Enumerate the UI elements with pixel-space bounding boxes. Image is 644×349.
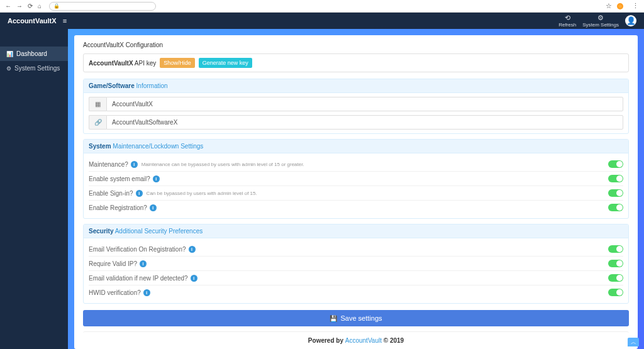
setting-row: Require Valid IP?i <box>89 257 623 271</box>
refresh-icon: ⟲ <box>565 14 570 22</box>
info-icon[interactable]: i <box>189 246 196 253</box>
setting-row: Email Verification On Registration?i <box>89 242 623 257</box>
back-button[interactable]: ← <box>5 3 11 9</box>
panel-security: Security Additional Security Preferences… <box>83 224 629 304</box>
game-name-input[interactable] <box>106 97 623 111</box>
config-card: AccountVaultX Configuration AccountVault… <box>74 35 638 349</box>
panel-game-software: Game/Software Information ▦ 🔗 <box>83 79 629 134</box>
info-icon[interactable]: i <box>150 204 157 211</box>
hint-text: Can be bypassed by users with admin leve… <box>147 191 257 196</box>
url-bar[interactable]: 🔒 <box>49 2 156 11</box>
setting-label: Enable system email?i <box>89 175 160 182</box>
bookmark-star-icon[interactable]: ☆ <box>606 2 612 10</box>
toggle-switch[interactable] <box>608 175 623 182</box>
link-icon: 🔗 <box>89 115 106 130</box>
hint-text: Maintenance can be bypassed by users wit… <box>142 162 304 167</box>
showhide-button[interactable]: Show/Hide <box>160 58 195 68</box>
settings-label: System Settings <box>582 22 619 28</box>
refresh-action[interactable]: ⟲ Refresh <box>558 14 576 28</box>
reload-button[interactable]: ⟳ <box>28 3 33 9</box>
info-icon[interactable]: i <box>131 161 138 168</box>
setting-row: Email validation if new IP detected?i <box>89 271 623 285</box>
info-icon[interactable]: i <box>140 260 147 267</box>
sidebar-toggle-icon[interactable]: ≡ <box>63 17 67 25</box>
setting-row: Maintenance?iMaintenance can be bypassed… <box>89 157 623 172</box>
footer-link[interactable]: AccountVault <box>345 337 382 344</box>
footer-post: © 2019 <box>382 337 404 344</box>
footer-pre: Powered by <box>308 337 345 344</box>
brand: AccountVaultX <box>8 17 57 25</box>
setting-label: Enable Sign-in?iCan be bypassed by users… <box>89 190 257 197</box>
forward-button[interactable]: → <box>16 3 23 9</box>
toggle-switch[interactable] <box>608 245 623 253</box>
info-icon[interactable]: i <box>143 289 150 296</box>
sidebar-item-system-settings[interactable]: ⚙ System Settings <box>0 61 68 75</box>
browser-menu-icon[interactable]: ⋮ <box>632 2 639 10</box>
info-icon[interactable]: i <box>153 175 160 182</box>
info-icon[interactable]: i <box>191 275 197 282</box>
toggle-switch[interactable] <box>608 289 623 296</box>
toggle-switch[interactable] <box>608 160 623 168</box>
software-name-input[interactable] <box>106 115 623 130</box>
toggle-switch[interactable] <box>608 204 623 211</box>
refresh-label: Refresh <box>558 22 576 28</box>
gears-icon: ⚙ <box>6 65 11 72</box>
dashboard-icon: 📊 <box>6 51 13 57</box>
setting-label: Email validation if new IP detected?i <box>89 275 197 282</box>
scroll-top-button[interactable]: ︿ <box>628 338 639 346</box>
generate-key-button[interactable]: Generate new key <box>199 58 252 68</box>
panel-head: System Maintenance/Lockdown Settings <box>84 140 628 153</box>
setting-label: Maintenance?iMaintenance can be bypassed… <box>89 161 304 168</box>
main-panel: AccountVaultX Configuration AccountVault… <box>68 29 644 349</box>
info-icon[interactable]: i <box>136 190 143 197</box>
footer: Powered by AccountVault © 2019 <box>83 331 629 349</box>
panel-head: Game/Software Information <box>84 79 628 93</box>
avatar[interactable]: 👤 <box>625 15 636 26</box>
setting-row: Enable system email?i <box>89 172 623 186</box>
sidebar: 📊 Dashboard ⚙ System Settings <box>0 29 68 349</box>
toggle-switch[interactable] <box>608 189 623 197</box>
setting-label: HWID verification?i <box>89 289 150 296</box>
sliders-icon: ⚙ <box>597 14 604 22</box>
toggle-switch[interactable] <box>608 260 623 267</box>
apikey-row: AccountVaultX API key Show/Hide Generate… <box>83 53 629 72</box>
save-label: Save settings <box>340 314 382 322</box>
apikey-bold: AccountVaultX <box>89 60 133 67</box>
app-topbar: AccountVaultX ≡ ⟲ Refresh ⚙ System Setti… <box>0 13 644 29</box>
setting-label: Enable Registration?i <box>89 204 157 211</box>
browser-chrome: ← → ⟳ ⌂ 🔒 ☆ ⋮ <box>0 0 644 13</box>
setting-row: Enable Sign-in?iCan be bypassed by users… <box>89 186 623 201</box>
save-icon: 💾 <box>330 315 337 322</box>
setting-row: HWID verification?i <box>89 285 623 299</box>
panel-system: System Maintenance/Lockdown Settings Mai… <box>83 139 629 219</box>
home-button[interactable]: ⌂ <box>38 3 42 9</box>
sidebar-item-label: System Settings <box>14 65 60 72</box>
setting-label: Require Valid IP?i <box>89 260 147 267</box>
extension-icon[interactable] <box>617 3 623 9</box>
save-settings-button[interactable]: 💾 Save settings <box>83 310 629 326</box>
system-settings-action[interactable]: ⚙ System Settings <box>582 14 619 28</box>
building-icon: ▦ <box>89 97 106 111</box>
toggle-switch[interactable] <box>608 274 623 282</box>
panel-head: Security Additional Security Preferences <box>84 224 628 238</box>
setting-label: Email Verification On Registration?i <box>89 246 196 253</box>
card-title: AccountVaultX Configuration <box>83 42 629 48</box>
apikey-rest: API key <box>133 60 157 67</box>
sidebar-item-label: Dashboard <box>16 50 47 57</box>
lock-icon: 🔒 <box>53 3 60 9</box>
setting-row: Enable Registration?i <box>89 201 623 214</box>
sidebar-item-dashboard[interactable]: 📊 Dashboard <box>0 47 68 61</box>
